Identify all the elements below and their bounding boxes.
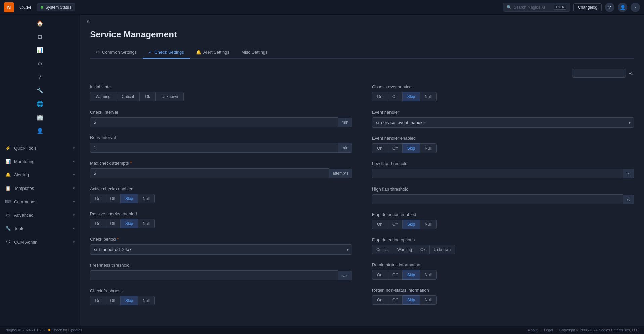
event-handler-on-btn[interactable]: On (372, 143, 387, 153)
sidebar-wrench-icon[interactable]: 🔧 (34, 84, 46, 97)
footer-about-link[interactable]: About (528, 328, 538, 332)
retain-non-status-on-btn[interactable]: On (372, 295, 387, 305)
passive-checks-null-btn[interactable]: Null (138, 219, 155, 228)
retain-non-status-skip-btn[interactable]: Skip (402, 295, 420, 305)
sidebar-item-ccm-admin[interactable]: 🛡 CCM Admin ▾ (0, 235, 80, 249)
event-handler-null-btn[interactable]: Null (420, 143, 437, 153)
obsess-on-btn[interactable]: On (372, 92, 387, 101)
tab-alert-settings[interactable]: 🔔 Alert Settings (190, 46, 235, 59)
flap-options-critical-btn[interactable]: Critical (372, 245, 393, 254)
low-flap-threshold-suffix: % (623, 169, 634, 178)
search-box[interactable]: 🔍 Search Nagios XI Ctrl K (503, 3, 570, 12)
sidebar-item-label: Monitoring (14, 159, 35, 164)
sidebar-item-quick-tools[interactable]: ⚡ Quick Tools ▾ (0, 141, 80, 155)
sidebar-item-commands[interactable]: ⌨ Commands ▾ (0, 195, 80, 208)
sidebar-item-templates[interactable]: 📋 Templates ▾ (0, 181, 80, 195)
initial-state-critical-btn[interactable]: Critical (116, 92, 139, 101)
check-freshness-buttons: On Off Skip Null (90, 296, 352, 305)
sidebar-help-icon[interactable]: ? (34, 71, 46, 83)
freshness-threshold-input-wrap: sec (90, 270, 352, 280)
flap-detection-on-btn[interactable]: On (372, 220, 387, 229)
sidebar-building-icon[interactable]: 🏢 (34, 111, 46, 124)
footer-legal-link[interactable]: Legal (544, 328, 553, 332)
initial-state-warning-btn[interactable]: Warning (90, 92, 116, 101)
sidebar-grid-icon[interactable]: ⊞ (34, 30, 46, 43)
tab-misc-settings[interactable]: Misc Settings (235, 46, 273, 59)
retain-status-on-btn[interactable]: On (372, 270, 387, 280)
changelog-button[interactable]: Changelog (573, 3, 602, 11)
check-freshness-null-btn[interactable]: Null (138, 296, 155, 305)
initial-state-unknown-btn[interactable]: Unknown (155, 92, 184, 101)
sidebar-dashboard-icon[interactable]: 📊 (34, 44, 46, 56)
flap-options-warning-btn[interactable]: Warning (393, 245, 416, 254)
footer: Nagios XI 2024R1.1.2 • Check for Updates… (0, 326, 644, 334)
check-freshness-off-btn[interactable]: Off (105, 296, 120, 305)
freshness-threshold-input[interactable] (90, 270, 338, 280)
event-handler-off-btn[interactable]: Off (387, 143, 402, 153)
flap-detection-skip-btn[interactable]: Skip (402, 220, 420, 229)
chevron-icon: ▾ (73, 240, 75, 244)
flap-detection-off-btn[interactable]: Off (387, 220, 402, 229)
sidebar-item-alerting[interactable]: 🔔 Alerting ▾ (0, 168, 80, 181)
system-status[interactable]: System Status (37, 3, 75, 11)
check-freshness-on-btn[interactable]: On (90, 296, 105, 305)
status-dot (41, 6, 43, 9)
check-period-select[interactable]: xi_timeperiod_24x7 (90, 244, 352, 255)
obsess-null-btn[interactable]: Null (420, 92, 437, 101)
passive-checks-skip-btn[interactable]: Skip (120, 219, 138, 228)
flap-options-unknown-btn[interactable]: Unknown (429, 245, 455, 254)
obsess-skip-btn[interactable]: Skip (402, 92, 420, 101)
user-avatar[interactable]: 👤 (618, 3, 627, 12)
more-options-icon[interactable]: ⋮ (631, 3, 640, 12)
freshness-threshold-label: Freshness threshold (90, 263, 352, 268)
retain-status-off-btn[interactable]: Off (387, 270, 402, 280)
obsess-off-btn[interactable]: Off (387, 92, 402, 101)
active-checks-skip-btn[interactable]: Skip (120, 194, 138, 203)
sidebar-item-advanced[interactable]: ⚙ Advanced ▾ (0, 208, 80, 222)
passive-checks-off-btn[interactable]: Off (105, 219, 120, 228)
active-checks-off-btn[interactable]: Off (105, 194, 120, 203)
check-interval-input[interactable] (90, 117, 338, 127)
help-icon-btn[interactable]: ? (605, 3, 614, 12)
passive-checks-on-btn[interactable]: On (90, 219, 105, 228)
retain-non-status-null-btn[interactable]: Null (420, 295, 437, 305)
low-flap-threshold-group: Low flap threshold % (372, 161, 634, 178)
retain-non-status-off-btn[interactable]: Off (387, 295, 402, 305)
obsess-buttons: On Off Skip Null (372, 92, 634, 101)
passive-checks-enabled-group: Passive checks enabled On Off Skip Null (90, 211, 352, 228)
sidebar-item-monitoring[interactable]: 📊 Monitoring ▾ (0, 155, 80, 168)
tab-common-settings[interactable]: ⚙ Common Settings (90, 46, 143, 59)
flap-detection-enabled-group: Flap detection enabled On Off Skip Null (372, 212, 634, 229)
event-handler-select[interactable]: xi_service_event_handler (372, 117, 634, 128)
tab-label: Common Settings (102, 50, 137, 55)
sidebar-item-tools[interactable]: 🔧 Tools ▾ (0, 222, 80, 235)
sidebar-community-icon[interactable]: 🌐 (34, 97, 46, 110)
form-grid: Initial state Warning Critical Ok Unknow… (90, 84, 634, 314)
flap-options-ok-btn[interactable]: Ok (416, 245, 429, 254)
initial-state-ok-btn[interactable]: Ok (139, 92, 155, 101)
retain-status-skip-btn[interactable]: Skip (402, 270, 420, 280)
template-select[interactable] (572, 69, 626, 78)
back-arrow[interactable]: ↖ (80, 15, 644, 29)
sidebar-person-icon[interactable]: 👤 (34, 124, 46, 137)
star-button[interactable]: ☆ (629, 70, 634, 77)
event-handler-enabled-group: Event handler enabled On Off Skip Null (372, 136, 634, 153)
retain-status-null-btn[interactable]: Null (420, 270, 437, 280)
retry-interval-group: Retry Interval min (90, 135, 352, 153)
tab-check-settings[interactable]: ✓ Check Settings (143, 46, 190, 59)
tabs-bar: ⚙ Common Settings ✓ Check Settings 🔔 Ale… (90, 46, 634, 59)
sidebar-home-icon[interactable]: 🏠 (34, 17, 46, 30)
retry-interval-input[interactable] (90, 143, 338, 153)
flap-detection-options-group: Flap detection options Critical Warning … (372, 237, 634, 254)
active-checks-on-btn[interactable]: On (90, 194, 105, 203)
sidebar-settings-icon[interactable]: ⚙ (34, 57, 46, 70)
active-checks-null-btn[interactable]: Null (138, 194, 155, 203)
event-handler-skip-btn[interactable]: Skip (402, 143, 420, 153)
check-freshness-label: Check freshness (90, 288, 352, 293)
flap-detection-null-btn[interactable]: Null (420, 220, 437, 229)
check-freshness-skip-btn[interactable]: Skip (120, 296, 138, 305)
low-flap-threshold-input[interactable] (372, 169, 623, 178)
max-check-attempts-input[interactable] (90, 168, 329, 178)
footer-update[interactable]: Check for Updates (48, 328, 82, 332)
high-flap-threshold-input[interactable] (372, 194, 623, 204)
